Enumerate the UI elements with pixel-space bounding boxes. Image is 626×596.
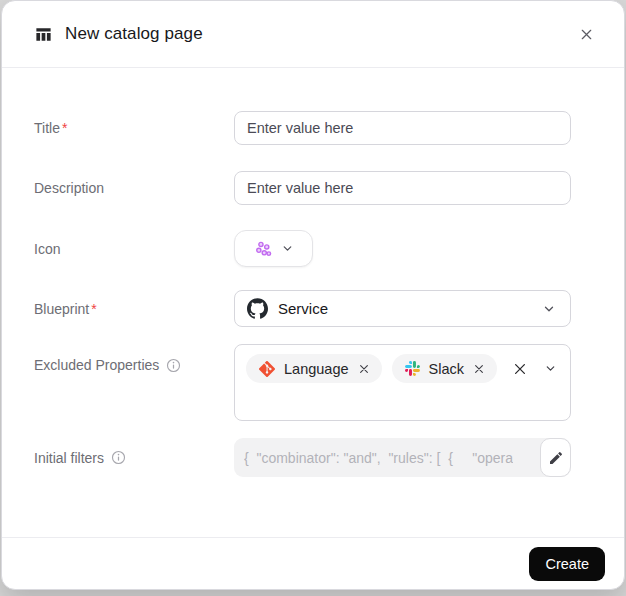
required-asterisk: * (62, 120, 67, 136)
x-icon (473, 363, 485, 375)
multiselect-tools (508, 354, 562, 383)
title-input[interactable] (234, 111, 571, 145)
blueprint-label: Blueprint* (34, 301, 234, 317)
title-label: Title* (34, 120, 234, 136)
github-icon (247, 298, 268, 319)
description-input[interactable] (234, 171, 571, 205)
dialog-title: New catalog page (65, 24, 203, 44)
catalog-table-icon (34, 25, 53, 44)
excluded-properties-label: Excluded Properties (34, 344, 234, 373)
chevron-down-icon (281, 242, 294, 255)
create-button[interactable]: Create (529, 547, 605, 581)
initial-filters-row: Initial filters { "combinator": "and", "… (34, 438, 571, 477)
initial-filters-value: { "combinator": "and", "rules": [ { "ope… (244, 450, 513, 466)
close-icon (579, 27, 594, 42)
chip-remove-button[interactable] (473, 363, 485, 375)
pencil-icon (548, 450, 564, 466)
slack-icon (405, 361, 420, 376)
chip-list: Language (246, 354, 506, 383)
chip-slack: Slack (392, 354, 497, 383)
icon-label: Icon (34, 241, 234, 257)
x-icon (358, 363, 370, 375)
dialog-header: New catalog page (2, 1, 624, 68)
purple-cluster-icon (253, 239, 273, 259)
close-button[interactable] (572, 20, 600, 48)
excluded-properties-multiselect[interactable]: Language (234, 344, 571, 421)
initial-filters-label: Initial filters (34, 450, 234, 466)
chip-label: Slack (429, 361, 464, 377)
initial-filters-value-field: { "combinator": "and", "rules": [ { "ope… (234, 438, 571, 477)
chip-label: Language (284, 361, 349, 377)
x-icon (513, 362, 527, 376)
blueprint-select[interactable]: Service (234, 290, 571, 327)
initial-filters-field-group: { "combinator": "and", "rules": [ { "ope… (234, 438, 571, 477)
git-icon (259, 361, 275, 377)
dialog-header-left: New catalog page (34, 24, 572, 44)
multiselect-dropdown-button[interactable] (538, 354, 562, 383)
title-row: Title* (34, 111, 571, 145)
edit-filters-button[interactable] (540, 438, 571, 477)
new-catalog-page-dialog: New catalog page Title* Description (1, 0, 625, 590)
dialog-footer: Create (2, 537, 624, 589)
dialog-form: Title* Description Icon (2, 68, 624, 537)
icon-dropdown[interactable] (234, 230, 313, 267)
info-icon[interactable] (111, 450, 126, 465)
blueprint-row: Blueprint* Service (34, 290, 571, 327)
description-row: Description (34, 171, 571, 205)
chip-language: Language (246, 354, 382, 383)
chevron-down-icon (544, 362, 557, 375)
description-label: Description (34, 180, 234, 196)
required-asterisk: * (91, 301, 96, 317)
blueprint-value: Service (278, 300, 532, 317)
icon-row: Icon (34, 230, 571, 267)
clear-all-button[interactable] (508, 354, 532, 383)
excluded-properties-row: Excluded Properties Language (34, 344, 571, 421)
chevron-down-icon (542, 302, 556, 316)
chip-remove-button[interactable] (358, 363, 370, 375)
info-icon[interactable] (166, 358, 181, 373)
